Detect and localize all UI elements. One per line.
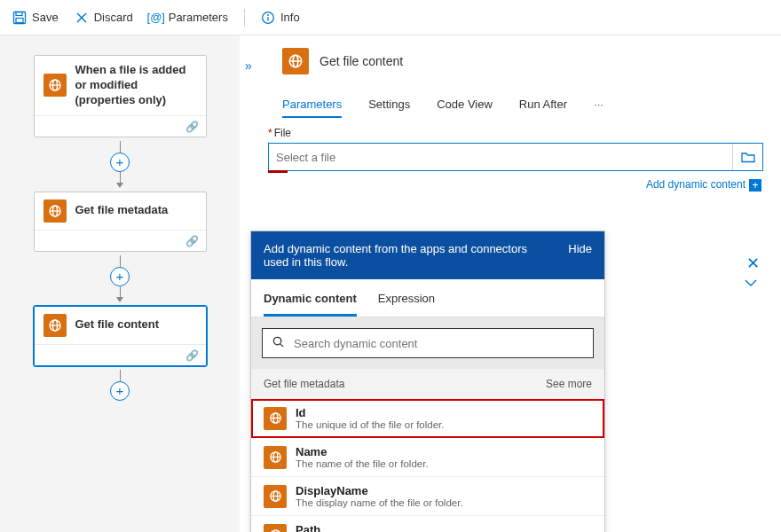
svg-line-21 [280,344,283,347]
flow-card-trigger[interactable]: When a file is added or modified (proper… [34,55,207,137]
close-icon [75,11,89,25]
flow-arrow: + [18,255,222,302]
file-input[interactable] [269,151,732,164]
tab-parameters[interactable]: Parameters [282,92,342,118]
dynamic-group-title: Get file metadata [264,378,344,390]
file-input-wrapper [268,143,763,171]
discard-button[interactable]: Discard [75,11,133,25]
save-icon [12,11,27,25]
search-box [262,328,594,358]
add-dynamic-content-link[interactable]: Add dynamic content+ [268,178,761,192]
svg-rect-2 [16,18,23,22]
flow-canvas: When a file is added or modified (proper… [0,35,240,532]
connector-icon [264,407,287,430]
validation-marker [268,170,288,173]
flow-card-label: Get file content [75,317,160,332]
file-field-label: *File [268,127,763,139]
connector-icon [43,200,67,223]
panel-title: Get file content [320,54,403,68]
add-step-button[interactable]: + [110,267,130,286]
flow-card-metadata[interactable]: Get file metadata 🔗 [34,192,207,252]
tab-runafter[interactable]: Run After [519,92,567,118]
save-label: Save [32,11,59,24]
add-step-button[interactable]: + [110,153,130,172]
see-more-link[interactable]: See more [546,378,592,390]
link-icon: 🔗 [185,235,199,247]
dynamic-content-panel: Add dynamic content from the apps and co… [250,231,605,532]
discard-label: Discard [94,11,133,24]
dynamic-item-path[interactable]: PathThe path of the file or folder. [251,516,604,532]
folder-picker-icon[interactable] [732,144,762,170]
link-icon: 🔗 [185,349,199,362]
collapse-panel-icon[interactable]: » [245,59,252,73]
dynamic-item-displayname[interactable]: DisplayNameThe display name of the file … [251,477,604,516]
tab-expression[interactable]: Expression [378,283,435,317]
flow-card-content[interactable]: Get file content 🔗 [34,306,207,366]
info-label: Info [280,11,300,24]
tab-dynamic-content[interactable]: Dynamic content [264,283,357,317]
flow-card-label: Get file metadata [75,203,169,218]
svg-point-20 [273,337,280,344]
dynamic-item-id[interactable]: IdThe unique id of the file or folder. [251,399,604,438]
flow-arrow: + [18,370,222,400]
flow-arrow: + [18,141,222,188]
parameters-label: Parameters [169,11,228,24]
svg-point-6 [267,14,269,16]
info-button[interactable]: Info [261,11,300,25]
save-button[interactable]: Save [12,11,59,25]
plus-icon: + [749,179,761,192]
connector-icon [264,485,287,508]
info-icon [261,11,275,25]
close-icon[interactable]: ✕ [746,254,760,273]
connector-icon [43,314,67,337]
chevron-down-icon[interactable] [744,277,758,290]
connector-icon [282,48,309,74]
add-step-button[interactable]: + [110,381,130,401]
details-panel: » Get file content Parameters Settings C… [240,35,781,532]
parameters-button[interactable]: [@] Parameters [149,11,228,25]
dynamic-item-name[interactable]: NameThe name of the file or folder. [251,438,604,477]
tab-more[interactable]: ··· [594,92,604,118]
tab-codeview[interactable]: Code View [437,92,493,118]
link-icon: 🔗 [185,121,199,133]
tab-settings[interactable]: Settings [368,92,410,118]
search-input[interactable] [294,337,584,350]
connector-icon [264,524,287,533]
divider [244,9,245,27]
dynamic-content-heading: Add dynamic content from the apps and co… [264,242,530,269]
search-icon [272,335,285,351]
hide-button[interactable]: Hide [568,242,592,255]
connector-icon [264,446,287,469]
parameters-icon: [@] [149,11,163,25]
connector-icon [43,74,67,97]
flow-card-label: When a file is added or modified (proper… [75,63,197,108]
